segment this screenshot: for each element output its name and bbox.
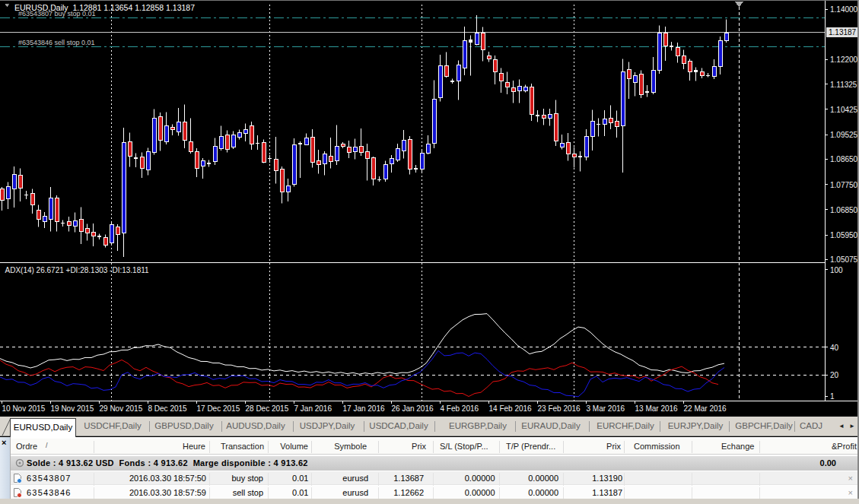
svg-text:8 Dec 2015: 8 Dec 2015 xyxy=(148,404,188,413)
svg-text:1.14000: 1.14000 xyxy=(830,5,858,14)
svg-text:1.12200: 1.12200 xyxy=(830,55,858,64)
svg-text:1.13187: 1.13187 xyxy=(829,28,857,36)
svg-text:17 Dec 2015: 17 Dec 2015 xyxy=(197,404,240,413)
svg-text:1: 1 xyxy=(830,392,835,401)
svg-text:10 Nov 2015: 10 Nov 2015 xyxy=(2,404,46,413)
svg-text:1.06850: 1.06850 xyxy=(830,206,858,214)
svg-text:7 Jan 2016: 7 Jan 2016 xyxy=(294,404,332,413)
svg-text:1.11325: 1.11325 xyxy=(830,81,857,89)
svg-text:#63543846 sell stop 0.01: #63543846 sell stop 0.01 xyxy=(18,39,95,46)
svg-text:40: 40 xyxy=(830,344,839,352)
svg-text:20: 20 xyxy=(830,371,839,379)
svg-text:3 Mar 2016: 3 Mar 2016 xyxy=(587,404,625,413)
svg-text:14 Feb 2016: 14 Feb 2016 xyxy=(489,404,533,413)
svg-text:23 Feb 2016: 23 Feb 2016 xyxy=(538,404,581,413)
svg-text:1.08650: 1.08650 xyxy=(830,155,858,163)
svg-text:1.07750: 1.07750 xyxy=(830,181,858,189)
svg-text:13 Mar 2016: 13 Mar 2016 xyxy=(635,404,679,413)
svg-text:#63543807 buy stop 0.01: #63543807 buy stop 0.01 xyxy=(18,10,96,17)
svg-text:29 Nov 2015: 29 Nov 2015 xyxy=(100,404,143,413)
svg-text:22 Mar 2016: 22 Mar 2016 xyxy=(684,404,727,413)
svg-text:1.05950: 1.05950 xyxy=(830,231,858,239)
svg-text:26 Jan 2016: 26 Jan 2016 xyxy=(392,404,434,413)
svg-text:17 Jan 2016: 17 Jan 2016 xyxy=(343,404,385,413)
svg-text:1.05075: 1.05075 xyxy=(830,255,858,264)
svg-text:1.09525: 1.09525 xyxy=(830,131,858,139)
svg-text:ADX(14) 26.6721 +DI:28.1303 -D: ADX(14) 26.6721 +DI:28.1303 -DI:13.1811 xyxy=(5,266,150,274)
svg-text:4 Feb 2016: 4 Feb 2016 xyxy=(441,404,479,413)
svg-text:28 Dec 2015: 28 Dec 2015 xyxy=(246,404,289,413)
svg-text:1.10425: 1.10425 xyxy=(830,106,858,114)
svg-text:19 Nov 2015: 19 Nov 2015 xyxy=(51,404,94,413)
svg-text:100: 100 xyxy=(830,266,843,274)
